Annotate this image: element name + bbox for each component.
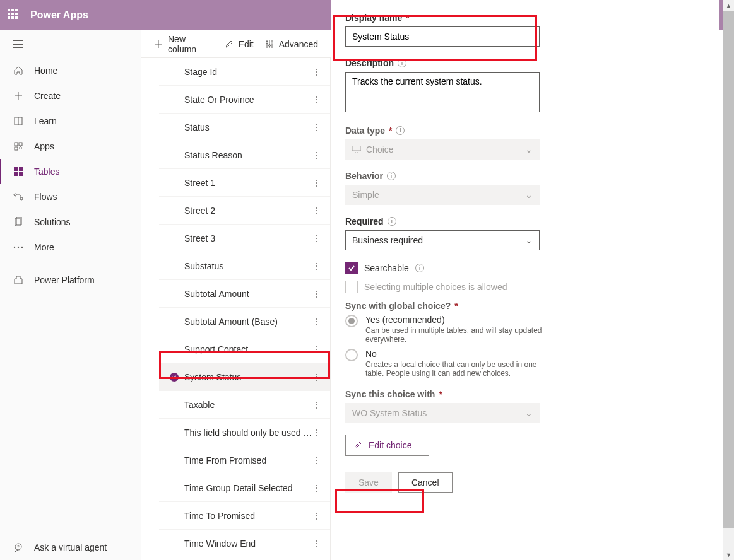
button-label: New column <box>168 34 213 54</box>
row-menu-icon[interactable]: ⋮ <box>312 289 323 299</box>
nav-tables[interactable]: Tables <box>0 159 141 184</box>
svg-point-15 <box>21 247 23 248</box>
description-label: Description i <box>345 58 706 68</box>
row-menu-icon[interactable]: ⋮ <box>312 67 323 77</box>
pencil-icon <box>353 441 362 450</box>
info-icon[interactable]: i <box>398 59 406 67</box>
column-label: Time Window End <box>184 539 312 549</box>
tables-icon <box>13 166 24 177</box>
nav-flows[interactable]: Flows <box>0 184 141 209</box>
column-row[interactable]: State Or Province⋮ <box>159 86 330 114</box>
sync-no-help: Creates a local choice that can only be … <box>365 360 555 378</box>
column-label: System Status <box>184 372 312 382</box>
pencil-icon <box>225 40 234 49</box>
column-row[interactable]: Street 1⋮ <box>159 169 330 197</box>
app-icon <box>13 141 24 151</box>
column-row[interactable]: Time To Promised⋮ <box>159 502 330 530</box>
row-menu-icon[interactable]: ⋮ <box>312 317 323 327</box>
advanced-button[interactable]: Advanced <box>265 39 318 49</box>
app-title: Power Apps <box>30 9 88 21</box>
edit-button[interactable]: Edit <box>225 39 254 49</box>
row-menu-icon[interactable]: ⋮ <box>312 95 323 105</box>
nav-label: Solutions <box>34 217 71 227</box>
info-icon[interactable]: i <box>388 217 396 226</box>
column-row[interactable]: Status Reason⋮ <box>159 141 330 169</box>
multi-checkbox <box>345 281 358 293</box>
info-icon[interactable]: i <box>415 264 424 272</box>
display-name-label: Display name * <box>345 13 706 23</box>
column-row[interactable]: Support Contact⋮ <box>159 335 330 363</box>
data-type-label: Data type * i <box>345 125 706 136</box>
column-row[interactable]: System Status⋮ <box>159 363 330 391</box>
description-input[interactable] <box>345 72 540 112</box>
nav-learn[interactable]: Learn <box>0 108 141 134</box>
nav-power-platform[interactable]: Power Platform <box>0 267 141 293</box>
command-bar: New column Edit Advanced <box>141 30 331 58</box>
waffle-icon[interactable] <box>8 9 20 21</box>
column-row[interactable]: Stage Id⋮ <box>159 58 330 86</box>
nav-create[interactable]: Create <box>0 83 141 108</box>
behavior-label: Behavior i <box>345 171 706 181</box>
sync-yes-help: Can be used in multiple tables, and will… <box>365 326 555 344</box>
row-menu-icon[interactable]: ⋮ <box>312 539 323 549</box>
column-row[interactable]: Time From Promised⋮ <box>159 446 330 474</box>
column-row[interactable]: Substatus⋮ <box>159 252 330 280</box>
column-label: Time To Promised <box>184 511 312 521</box>
searchable-label: Searchable <box>364 263 409 273</box>
display-name-input[interactable] <box>345 26 540 47</box>
row-menu-icon[interactable]: ⋮ <box>312 206 323 216</box>
row-menu-icon[interactable]: ⋮ <box>312 261 323 271</box>
scroll-up-icon[interactable]: ▲ <box>723 0 734 11</box>
column-row[interactable]: Taxable⋮ <box>159 391 330 419</box>
nav-solutions[interactable]: Solutions <box>0 209 141 235</box>
vertical-scrollbar[interactable]: ▲ ▼ <box>723 0 734 560</box>
svg-point-14 <box>18 247 19 248</box>
nav-apps[interactable]: Apps <box>0 134 141 159</box>
chevron-down-icon: ⌄ <box>525 144 533 155</box>
scroll-down-icon[interactable]: ▼ <box>723 549 734 560</box>
row-menu-icon[interactable]: ⋮ <box>312 178 323 188</box>
scrollbar-thumb[interactable] <box>723 11 734 528</box>
svg-rect-4 <box>15 147 18 150</box>
info-icon[interactable]: i <box>387 172 396 180</box>
nav-ask-agent[interactable]: ? Ask a virtual agent <box>0 535 141 560</box>
row-menu-icon[interactable]: ⋮ <box>312 372 323 382</box>
row-menu-icon[interactable]: ⋮ <box>312 455 323 465</box>
row-menu-icon[interactable]: ⋮ <box>312 344 323 354</box>
column-row[interactable]: Time Group Detail Selected⋮ <box>159 474 330 502</box>
home-icon <box>13 66 24 76</box>
row-menu-icon[interactable]: ⋮ <box>312 400 323 410</box>
edit-choice-button[interactable]: Edit choice <box>345 435 429 456</box>
column-row[interactable]: Street 2⋮ <box>159 197 330 225</box>
left-nav: Home Create Learn Apps Tables Flows So <box>0 30 141 560</box>
cancel-button[interactable]: Cancel <box>398 472 453 493</box>
nav-home[interactable]: Home <box>0 58 141 83</box>
column-row[interactable]: Time Window Start⋮ <box>159 557 330 560</box>
svg-rect-7 <box>14 172 18 176</box>
nav-label: Home <box>34 66 57 76</box>
row-menu-icon[interactable]: ⋮ <box>312 233 323 243</box>
svg-rect-22 <box>352 146 361 151</box>
nav-label: Apps <box>34 141 54 151</box>
column-row[interactable]: Status⋮ <box>159 114 330 141</box>
column-label: Taxable <box>184 400 312 410</box>
hamburger-button[interactable] <box>0 30 141 58</box>
required-dropdown[interactable]: Business required ⌄ <box>345 230 540 250</box>
row-menu-icon[interactable]: ⋮ <box>312 122 323 132</box>
searchable-checkbox[interactable] <box>345 262 358 274</box>
sync-no-radio <box>345 349 358 361</box>
new-column-button[interactable]: New column <box>154 34 213 54</box>
column-row[interactable]: Subtotal Amount (Base)⋮ <box>159 308 330 335</box>
column-row[interactable]: Time Window End⋮ <box>159 530 330 557</box>
info-icon[interactable]: i <box>396 126 405 135</box>
row-menu-icon[interactable]: ⋮ <box>312 428 323 438</box>
svg-point-13 <box>14 247 15 248</box>
nav-more[interactable]: More <box>0 235 141 260</box>
column-row[interactable]: Subtotal Amount⋮ <box>159 280 330 308</box>
row-menu-icon[interactable]: ⋮ <box>312 483 323 493</box>
row-menu-icon[interactable]: ⋮ <box>312 150 323 160</box>
nav-label: Flows <box>34 192 57 202</box>
column-row[interactable]: Street 3⋮ <box>159 225 330 252</box>
column-row[interactable]: This field should only be used to load r… <box>159 419 330 446</box>
row-menu-icon[interactable]: ⋮ <box>312 511 323 521</box>
